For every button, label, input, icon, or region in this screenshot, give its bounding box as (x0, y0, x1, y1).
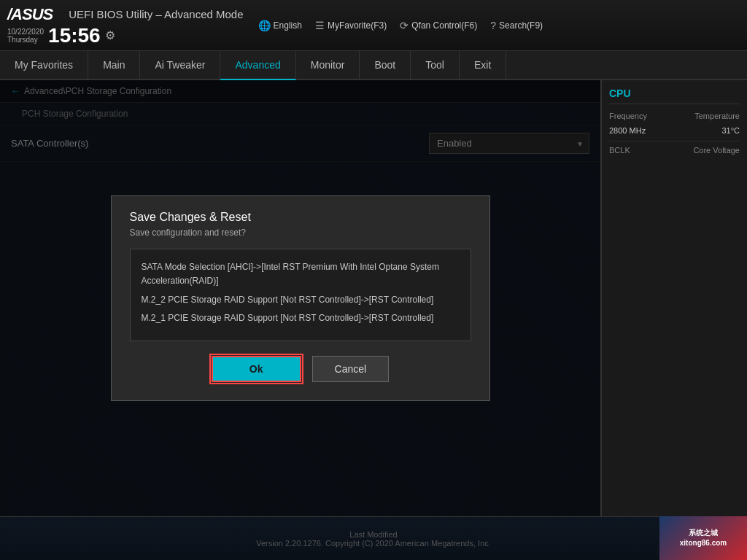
language-label: English (274, 20, 302, 31)
date-display: 10/22/2020Thursday (7, 28, 44, 44)
nav-advanced[interactable]: Advanced (220, 51, 295, 80)
footer: Last Modified Version 2.20.1276. Copyrig… (0, 516, 747, 560)
watermark-text: 系统之城 xitong86.com (680, 528, 727, 548)
cancel-button[interactable]: Cancel (312, 356, 390, 382)
hw-divider (609, 141, 740, 141)
ok-button[interactable]: Ok (212, 356, 301, 382)
watermark: 系统之城 xitong86.com (659, 516, 747, 560)
frequency-value: 2800 MHz (609, 126, 646, 135)
dialog-overlay: Save Changes & Reset Save configuration … (0, 80, 600, 516)
settings-icon[interactable]: ⚙ (105, 28, 115, 42)
main-content-area: ← Advanced\PCH Storage Configuration PCH… (0, 80, 747, 516)
nav-ai-tweaker[interactable]: Ai Tweaker (140, 51, 220, 79)
nav-tool[interactable]: Tool (411, 51, 460, 79)
time-display: 15:56 (48, 26, 101, 46)
bios-title: UEFI BIOS Utility – Advanced Mode (69, 8, 243, 20)
dialog-subtitle: Save configuration and reset? (130, 228, 471, 238)
search-icon: ? (490, 20, 496, 31)
bclk-key: BCLK (609, 146, 630, 155)
right-panel-hardware-monitor: CPU Frequency Temperature 2800 MHz 31°C … (601, 80, 747, 516)
qfan-icon: ⟳ (400, 20, 409, 31)
myfavorite-button[interactable]: ☰ MyFavorite(F3) (315, 20, 387, 31)
dialog-change-3: M.2_1 PCIE Storage RAID Support [Not RST… (142, 311, 460, 325)
frequency-value-row: 2800 MHz 31°C (609, 126, 740, 135)
language-icon: 🌐 (258, 20, 271, 31)
nav-exit[interactable]: Exit (460, 51, 506, 79)
dialog-title: Save Changes & Reset (130, 211, 471, 224)
language-selector[interactable]: 🌐 English (258, 20, 302, 31)
dialog-change-2: M.2_2 PCIE Storage RAID Support [Not RST… (142, 293, 460, 307)
temperature-value: 31°C (721, 126, 740, 135)
asus-logo: /ASUS (7, 5, 53, 24)
nav-bar: My Favorites Main Ai Tweaker Advanced Mo… (0, 51, 747, 80)
frequency-row: Frequency Temperature (609, 112, 740, 120)
dialog-change-1: SATA Mode Selection [AHCI]->[Intel RST P… (142, 260, 460, 288)
save-changes-dialog: Save Changes & Reset Save configuration … (111, 195, 490, 401)
header-bar: /ASUS UEFI BIOS Utility – Advanced Mode … (0, 0, 747, 51)
header-logo-area: /ASUS UEFI BIOS Utility – Advanced Mode … (7, 5, 244, 46)
nav-monitor[interactable]: Monitor (296, 51, 360, 79)
nav-my-favorites[interactable]: My Favorites (0, 51, 88, 79)
footer-last-modified: Last Modified (349, 530, 397, 539)
nav-boot[interactable]: Boot (360, 51, 411, 79)
core-voltage-key: Core Voltage (693, 146, 740, 155)
search-button[interactable]: ? Search(F9) (490, 20, 543, 31)
cpu-section: CPU Frequency Temperature 2800 MHz 31°C … (602, 80, 747, 168)
header-icons-area: 🌐 English ☰ MyFavorite(F3) ⟳ Qfan Contro… (258, 20, 543, 31)
bclk-row: BCLK Core Voltage (609, 146, 740, 155)
footer-version: Version 2.20.1276. Copyright (C) 2020 Am… (256, 539, 491, 548)
myfavorite-label: MyFavorite(F3) (328, 20, 387, 31)
left-panel: ← Advanced\PCH Storage Configuration PCH… (0, 80, 601, 516)
qfan-label: Qfan Control(F6) (411, 20, 477, 31)
temperature-key: Temperature (694, 112, 740, 120)
search-label: Search(F9) (499, 20, 543, 31)
frequency-key: Frequency (609, 112, 647, 120)
dialog-content: SATA Mode Selection [AHCI]->[Intel RST P… (130, 249, 471, 341)
myfavorite-icon: ☰ (315, 20, 325, 31)
dialog-buttons: Ok Cancel (130, 356, 471, 382)
cpu-label: CPU (609, 88, 740, 104)
nav-main[interactable]: Main (88, 51, 140, 79)
qfan-button[interactable]: ⟳ Qfan Control(F6) (400, 20, 477, 31)
